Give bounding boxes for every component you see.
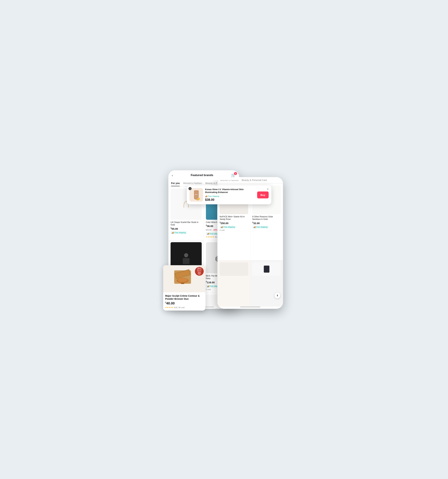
popup-close-button[interactable]: ✕ <box>266 187 270 191</box>
popup-card: 1 Kosas Kosas Glow I.V. Vitamin-Infused … <box>187 185 271 204</box>
product-price-necklace: $32.00 <box>252 221 281 225</box>
truck-icon-popup: 🚚 <box>205 195 207 197</box>
free-shipping-nuface: 🚚 Free shipping <box>220 226 236 228</box>
svg-rect-41 <box>181 283 184 284</box>
product-price-nuface: $250.00 <box>220 221 248 225</box>
expanded-card-image: allure BEST OF BEAUTY AWARD WINNER 2023 <box>163 265 205 292</box>
svg-point-1 <box>184 206 184 207</box>
svg-point-0 <box>186 201 187 202</box>
product-card-partial-2[interactable] <box>217 260 250 306</box>
popup-info: Kosas Glow I.V. Vitamin-Infused Skin Ill… <box>205 188 255 202</box>
product-card-partial-3[interactable] <box>250 260 283 306</box>
product-image-partial-3 <box>252 262 281 276</box>
cart-badge: 2 <box>234 172 237 175</box>
popup-free-shipping: 🚚 Free shipping <box>205 195 219 197</box>
svg-point-10 <box>184 253 188 257</box>
back-button[interactable]: ‹ <box>172 173 173 177</box>
allure-badge: allure BEST OF BEAUTY AWARD WINNER 2023 <box>195 267 204 276</box>
tab-for-you[interactable]: For you <box>171 180 180 186</box>
svg-point-3 <box>184 203 185 204</box>
fg-home-indicator <box>240 307 260 307</box>
truck-icon-2: 🚚 <box>207 233 209 235</box>
scene: ‹ Featured brands 🛒 2 For you Women's Fa… <box>165 163 283 316</box>
page-title: Featured brands <box>191 173 213 177</box>
popup-product-image: 1 Kosas <box>190 188 203 202</box>
original-price-colorwow: $45.00 <box>206 229 212 231</box>
product-price-jewelry: $65.00 <box>171 227 202 230</box>
cart-button[interactable]: 🛒 2 <box>231 173 236 177</box>
expanded-stars: ★★★★★ <box>165 306 174 308</box>
svg-point-21 <box>197 199 198 200</box>
truck-icon-6: 🚚 <box>253 226 256 228</box>
popup-product-title: Kosas Glow I.V. Vitamin-Infused Skin Ill… <box>205 188 255 194</box>
popup-buy-button[interactable]: Buy <box>257 192 269 198</box>
svg-text:Kosas: Kosas <box>195 194 198 195</box>
fg-tab-beauty[interactable]: Beauty & Personal Care <box>242 177 267 183</box>
nav-bar: ‹ Featured brands 🛒 2 <box>168 170 239 180</box>
product-name-jewelry: Lili Claspe Scarlet Bar Studs in Gold <box>171 221 202 226</box>
expanded-stars-row: ★★★★★ 5.0 | 96 sold <box>165 306 203 308</box>
stars-colorwow: ★★★★★ <box>206 236 214 238</box>
truck-icon: 🚚 <box>171 232 174 234</box>
scroll-top-button[interactable]: ⬆ <box>274 293 280 299</box>
product-name-necklace: 8 Other Reasons Solar Necklace in Gold <box>252 215 281 221</box>
free-shipping-necklace: 🚚 Free shipping <box>252 226 269 228</box>
popup-price: $38.00 <box>205 198 255 202</box>
svg-rect-11 <box>183 258 190 264</box>
expanded-card-price: $40.00 <box>165 301 203 305</box>
free-shipping-jewelry: 🚚 Free shipping <box>171 231 187 234</box>
expanded-card-name: Major Sculpt Crème Contour & Powder Bron… <box>165 294 203 300</box>
expanded-rating: 5.0 <box>174 306 177 308</box>
svg-rect-34 <box>264 266 269 273</box>
svg-point-40 <box>178 278 188 282</box>
truck-icon-5: 🚚 <box>221 226 223 228</box>
product-image-partial-2 <box>220 262 248 276</box>
expanded-sold: | 96 sold <box>178 306 184 308</box>
up-arrow-icon: ⬆ <box>277 294 278 297</box>
popup-badge: 1 <box>189 187 191 190</box>
sold-nuface: 5 sold <box>220 229 248 231</box>
truck-icon-3: 🚚 <box>207 285 209 287</box>
discount-badge-colorwow: -20% <box>213 229 217 231</box>
svg-point-2 <box>188 206 189 207</box>
expanded-card-body: Major Sculpt Crème Contour & Powder Bron… <box>163 292 205 311</box>
expanded-card[interactable]: allure BEST OF BEAUTY AWARD WINNER 2023 … <box>163 265 205 311</box>
product-name-nuface: NuFACE Mini+ Starter Kit in Sandy Rose <box>220 215 248 221</box>
